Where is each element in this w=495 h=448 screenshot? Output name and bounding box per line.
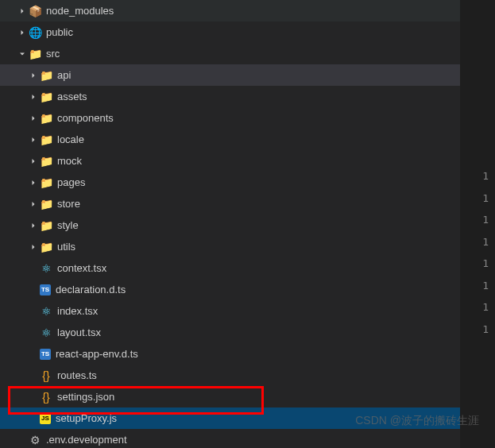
tree-item-label: layout.tsx bbox=[57, 326, 101, 338]
tree-item-label: node_modules bbox=[46, 5, 114, 17]
tree-item-label: .env.development bbox=[46, 434, 127, 446]
chevron-right-icon[interactable] bbox=[27, 155, 40, 168]
line-number: 1 bbox=[461, 165, 489, 187]
chevron-right-icon[interactable] bbox=[16, 26, 29, 39]
json-icon-icon: {} bbox=[40, 391, 52, 404]
folder-icon-icon: 📁 bbox=[40, 91, 52, 103]
tree-item-utils[interactable]: 📁utils bbox=[0, 236, 460, 257]
chevron-right-icon[interactable] bbox=[27, 198, 40, 210]
folder-icon-icon: 📁 bbox=[40, 69, 52, 82]
tree-item-label: index.tsx bbox=[57, 305, 98, 317]
tree-item-settings-json[interactable]: {}settings.json bbox=[0, 386, 460, 407]
tree-item-label: public bbox=[46, 26, 73, 38]
chevron-spacer bbox=[16, 434, 29, 446]
folder-blue-icon: 📁 bbox=[40, 219, 52, 232]
folder-green-icon: 📁 bbox=[40, 241, 52, 253]
json-icon-icon: {} bbox=[40, 369, 52, 382]
folder-teal-icon: 🌐 bbox=[29, 26, 41, 39]
folder-red-icon: 📁 bbox=[40, 176, 52, 189]
tree-item-pages[interactable]: 📁pages bbox=[0, 172, 460, 193]
tree-item-src[interactable]: 📁src bbox=[0, 43, 460, 64]
chevron-spacer bbox=[27, 391, 40, 404]
tree-item-style[interactable]: 📁style bbox=[0, 214, 460, 236]
chevron-down-icon[interactable] bbox=[16, 48, 29, 60]
chevron-spacer bbox=[27, 262, 40, 275]
js-icon-icon: JS bbox=[40, 413, 51, 424]
tree-item-mock[interactable]: 📁mock bbox=[0, 150, 460, 172]
chevron-spacer bbox=[27, 326, 40, 339]
chevron-right-icon[interactable] bbox=[27, 176, 40, 189]
tree-item-label: style bbox=[57, 219, 79, 231]
tree-item-api[interactable]: 📁api bbox=[0, 64, 460, 86]
tree-item-assets[interactable]: 📁assets bbox=[0, 86, 460, 107]
line-number: 1 bbox=[461, 231, 489, 253]
editor-gutter: 11111111 bbox=[461, 0, 495, 448]
line-number: 1 bbox=[461, 209, 489, 231]
tree-item-label: src bbox=[46, 48, 60, 60]
chevron-right-icon[interactable] bbox=[27, 241, 40, 253]
line-number: 1 bbox=[461, 253, 489, 275]
tree-item-locale[interactable]: 📁locale bbox=[0, 129, 460, 150]
chevron-spacer bbox=[27, 348, 40, 361]
tree-item-store[interactable]: 📁store bbox=[0, 193, 460, 214]
chevron-right-icon[interactable] bbox=[27, 91, 40, 103]
tree-item-label: utils bbox=[57, 241, 75, 253]
chevron-spacer bbox=[27, 305, 40, 318]
gear-icon-icon: ⚙ bbox=[29, 434, 41, 446]
tree-item-declaration-d-ts[interactable]: TSdeclaration.d.ts bbox=[0, 279, 460, 300]
line-number: 1 bbox=[461, 275, 489, 297]
react-icon-icon: ⚛ bbox=[40, 262, 52, 275]
tree-item-context-tsx[interactable]: ⚛context.tsx bbox=[0, 257, 460, 279]
file-explorer: 📦node_modules🌐public📁src📁api📁assets📁comp… bbox=[0, 0, 461, 448]
folder-green-icon: 📁 bbox=[29, 48, 41, 60]
tree-item-label: assets bbox=[57, 91, 87, 102]
line-number: 1 bbox=[461, 296, 489, 319]
tree-item-routes-ts[interactable]: {}routes.ts bbox=[0, 365, 460, 386]
tree-item-label: locale bbox=[57, 133, 84, 145]
tree-item-label: settings.json bbox=[57, 391, 114, 403]
tree-item-label: react-app-env.d.ts bbox=[56, 348, 138, 360]
tree-item-label: mock bbox=[57, 155, 82, 167]
chevron-spacer bbox=[27, 412, 40, 425]
tree-item--env-development[interactable]: ⚙.env.development bbox=[0, 429, 460, 448]
tree-item-label: pages bbox=[57, 176, 85, 188]
tree-item-label: declaration.d.ts bbox=[56, 284, 126, 295]
tree-item-label: api bbox=[57, 69, 71, 81]
tree-item-node-modules[interactable]: 📦node_modules bbox=[0, 0, 460, 21]
folder-grey-icon: 📁 bbox=[40, 198, 52, 210]
tree-item-react-app-env-d-ts[interactable]: TSreact-app-env.d.ts bbox=[0, 343, 460, 365]
folder-blue-icon: 📁 bbox=[40, 133, 52, 146]
tree-item-label: routes.ts bbox=[57, 369, 97, 381]
tree-item-components[interactable]: 📁components bbox=[0, 107, 460, 129]
ts-icon-icon: TS bbox=[40, 284, 51, 295]
tree-item-layout-tsx[interactable]: ⚛layout.tsx bbox=[0, 322, 460, 343]
tree-item-public[interactable]: 🌐public bbox=[0, 21, 460, 43]
react-icon-icon: ⚛ bbox=[40, 326, 52, 339]
folder-grey-icon: 📁 bbox=[40, 155, 52, 168]
folder-green-icon: 📦 bbox=[29, 5, 41, 17]
watermark-text: CSDN @波子的搬砖生涯 bbox=[355, 414, 479, 428]
chevron-spacer bbox=[27, 369, 40, 382]
line-number: 1 bbox=[461, 187, 489, 210]
chevron-right-icon[interactable] bbox=[27, 69, 40, 82]
chevron-right-icon[interactable] bbox=[16, 5, 29, 17]
folder-green-icon: 📁 bbox=[40, 112, 52, 125]
tree-item-label: store bbox=[57, 198, 80, 210]
tree-item-index-tsx[interactable]: ⚛index.tsx bbox=[0, 300, 460, 322]
tree-item-label: components bbox=[57, 112, 114, 124]
tree-item-label: context.tsx bbox=[57, 262, 106, 274]
chevron-spacer bbox=[27, 284, 40, 296]
tree-item-label: setupProxy.js bbox=[56, 412, 117, 424]
line-number: 1 bbox=[461, 319, 489, 341]
chevron-right-icon[interactable] bbox=[27, 219, 40, 232]
chevron-right-icon[interactable] bbox=[27, 133, 40, 146]
react-icon-icon: ⚛ bbox=[40, 305, 52, 318]
chevron-right-icon[interactable] bbox=[27, 112, 40, 125]
ts-icon-icon: TS bbox=[40, 349, 51, 360]
